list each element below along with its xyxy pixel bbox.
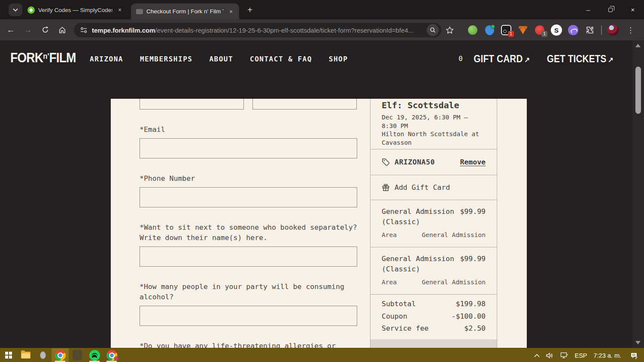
item-name: General Admission (Classic) <box>382 207 460 227</box>
event-datetime: Dec 19, 2025, 6:30 PM – 8:30 PM <box>382 113 486 130</box>
event-venue: Hilton North Scottsdale at Cavasson <box>382 130 486 147</box>
notification-icon <box>630 352 638 359</box>
add-gift-card-label: Add Gift Card <box>395 183 450 192</box>
speaker-icon <box>546 353 554 359</box>
scroll-up-arrow-icon[interactable] <box>635 44 641 47</box>
language-indicator[interactable]: ESP <box>575 352 587 359</box>
tab-close-icon[interactable]: × <box>116 6 124 14</box>
name-fields-row <box>140 99 357 110</box>
alcohol-field-group: *How many people in your party will be c… <box>140 282 357 326</box>
mouse-icon <box>40 351 46 359</box>
email-input[interactable] <box>140 138 357 158</box>
volume-button[interactable] <box>546 353 554 359</box>
item-price: $99.99 <box>460 207 486 227</box>
seating-field-group: *Want to sit next to someone who booked … <box>140 222 357 267</box>
scroll-down-arrow-icon[interactable] <box>635 341 641 344</box>
field-label: *Email <box>140 125 357 135</box>
ticket-item: General Admission (Classic) $99.99 Area … <box>371 200 497 247</box>
green-globe-extension-button[interactable] <box>467 24 478 36</box>
alcohol-input[interactable] <box>140 306 357 326</box>
start-button[interactable] <box>0 348 17 362</box>
site-info-icon[interactable] <box>80 27 88 33</box>
area-label: Area <box>382 279 397 286</box>
extension-badge: 1 <box>541 31 547 37</box>
item-head: General Admission (Classic) $99.99 <box>382 254 486 274</box>
get-tickets-link[interactable]: GET TICKETS↗ <box>547 53 614 65</box>
logo-text: FILM <box>49 50 76 65</box>
tab-simplycodes[interactable]: Verify Codes — SimplyCodes × <box>22 3 128 16</box>
search-in-page-button[interactable] <box>427 24 439 36</box>
profile-button[interactable] <box>608 24 619 36</box>
simplycodes-favicon <box>27 6 35 14</box>
checkout-button-partial[interactable] <box>371 339 497 348</box>
address-bar[interactable]: tempe.forknfilm.com/event-details-regist… <box>74 23 441 37</box>
total-value: $2.50 <box>464 325 486 332</box>
blocker-extension-button[interactable]: 1 <box>534 24 545 36</box>
scrollbar-thumb[interactable] <box>635 67 641 114</box>
system-tray: ESP 7:23 a. m. <box>534 348 644 362</box>
gift-card-label: GIFT CARD <box>474 53 522 64</box>
metamask-extension-button[interactable] <box>517 24 529 36</box>
tab-close-icon[interactable]: × <box>227 8 235 15</box>
chrome-profile2-taskbar-button[interactable] <box>103 348 120 362</box>
page-viewport: FORKn'FILM ARIZONA MEMBERSHIPS ABOUT CON… <box>0 40 644 348</box>
area-value: General Admission <box>422 231 486 238</box>
spotify-icon <box>89 350 100 361</box>
window-restore-button[interactable] <box>599 0 622 19</box>
add-gift-card-button[interactable]: Add Gift Card <box>371 175 497 200</box>
first-name-input[interactable] <box>140 99 244 110</box>
chrome-taskbar-button[interactable] <box>52 348 69 362</box>
phone-input[interactable] <box>140 187 357 207</box>
last-name-input[interactable] <box>252 99 357 110</box>
window-close-button[interactable]: × <box>622 0 644 19</box>
tab-checkout-form[interactable]: Checkout Form | Fork n' Film Te × <box>131 3 239 19</box>
back-button[interactable]: ← <box>3 23 18 37</box>
blue-shield-extension-button[interactable] <box>484 24 495 36</box>
nav-item-arizona[interactable]: ARIZONA <box>90 55 123 63</box>
seating-input[interactable] <box>140 246 357 267</box>
file-explorer-button[interactable] <box>17 348 34 362</box>
purple-extension-button[interactable] <box>568 24 579 36</box>
gift-card-link[interactable]: GIFT CARD↗ <box>474 53 530 65</box>
tray-expand-button[interactable] <box>534 354 540 357</box>
forward-button[interactable]: → <box>21 23 35 37</box>
chrome-icon <box>55 350 66 361</box>
remove-coupon-link[interactable]: Remove <box>460 158 486 166</box>
nav-item-shop[interactable]: SHOP <box>329 55 348 63</box>
network-button[interactable] <box>560 352 568 359</box>
nav-item-about[interactable]: ABOUT <box>209 55 233 63</box>
pinned-app-button[interactable] <box>69 348 86 362</box>
profile-badge <box>114 356 118 361</box>
wallet-extension-button[interactable]: 1 <box>501 24 512 36</box>
page-scrollbar[interactable] <box>632 40 644 348</box>
extensions-menu-button[interactable] <box>584 24 595 36</box>
order-summary: Elf: Scottsdale Dec 19, 2025, 6:30 PM – … <box>370 99 497 348</box>
bookmark-button[interactable] <box>444 24 456 36</box>
cart-count[interactable]: 0 <box>459 55 463 63</box>
nav-item-memberships[interactable]: MEMBERSHIPS <box>140 55 192 63</box>
area-value: General Admission <box>422 279 486 286</box>
simplycodes-extension-button[interactable]: S <box>551 24 562 36</box>
tab-search-button[interactable] <box>9 3 22 16</box>
url-text[interactable]: tempe.forknfilm.com/event-details-regist… <box>92 27 427 34</box>
phone-field-group: *Phone Number <box>140 173 357 207</box>
site-logo[interactable]: FORKn'FILM <box>10 50 76 66</box>
mouse-app-button[interactable] <box>34 348 52 362</box>
nav-item-contact-faq[interactable]: CONTACT & FAQ <box>250 55 312 63</box>
windows-taskbar: ESP 7:23 a. m. <box>0 348 644 362</box>
home-button[interactable] <box>55 23 70 37</box>
item-area-row: Area General Admission <box>382 279 486 286</box>
reload-button[interactable] <box>38 23 52 37</box>
clock[interactable]: 7:23 a. m. <box>594 352 621 359</box>
browser-menu-button[interactable]: ⋮ <box>624 26 637 35</box>
window-controls: – × <box>577 0 644 19</box>
spotify-taskbar-button[interactable] <box>86 348 103 362</box>
total-value: $199.98 <box>456 300 486 308</box>
notification-center-button[interactable] <box>630 352 638 359</box>
item-name: General Admission (Classic) <box>382 254 460 274</box>
new-tab-button[interactable]: + <box>244 4 256 16</box>
window-minimize-button[interactable]: – <box>577 0 599 19</box>
field-label: *Want to sit next to someone who booked … <box>140 222 357 243</box>
restore-icon <box>608 8 613 12</box>
field-label: *How many people in your party will be c… <box>140 282 357 302</box>
